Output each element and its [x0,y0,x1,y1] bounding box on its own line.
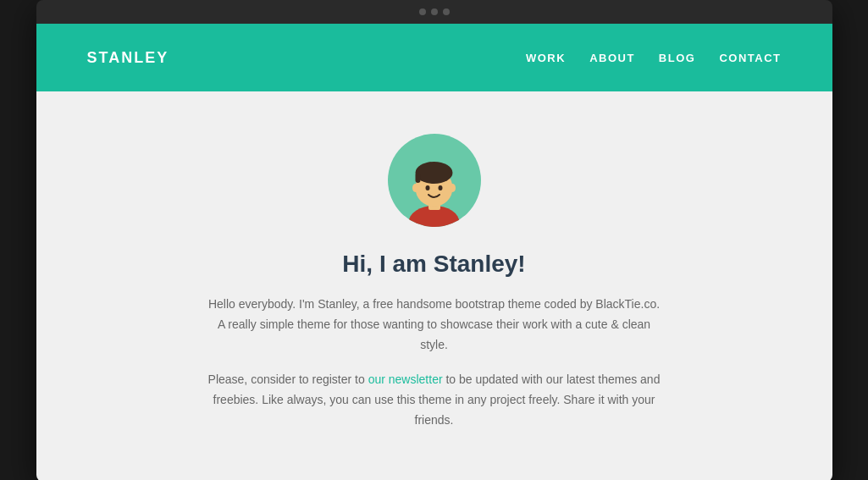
hero-body-2-before: Please, consider to register to [208,372,368,386]
newsletter-link[interactable]: our newsletter [368,372,443,386]
svg-point-5 [426,185,430,190]
svg-rect-4 [416,173,421,183]
hero-body-2: Please, consider to register to our news… [206,370,663,430]
site-main: Hi, I am Stanley! Hello everybody. I'm S… [36,91,832,480]
nav-blog[interactable]: BLOG [659,52,696,64]
hero-title: Hi, I am Stanley! [342,251,525,278]
hero-body-1: Hello everybody. I'm Stanley, a free han… [206,295,663,355]
dot-2 [431,8,438,15]
svg-point-3 [416,162,453,184]
browser-chrome [36,0,832,24]
dot-3 [443,8,450,15]
browser-dots [419,8,450,15]
dot-1 [419,8,426,15]
nav-contact[interactable]: CONTACT [719,52,781,64]
nav-about[interactable]: ABoUt [589,52,635,64]
svg-point-7 [412,184,418,192]
svg-point-6 [439,185,443,190]
browser-frame: STANLEY WORK ABoUt BLOG CONTACT [36,0,832,480]
site-header: STANLEY WORK ABoUt BLOG CONTACT [36,24,832,91]
svg-point-8 [450,184,456,192]
site-logo: STANLEY [87,49,169,67]
avatar [388,134,481,227]
avatar-illustration [398,151,470,227]
site-nav: WORK ABoUt BLOG CONTACT [526,52,782,64]
nav-work[interactable]: WORK [526,52,566,64]
